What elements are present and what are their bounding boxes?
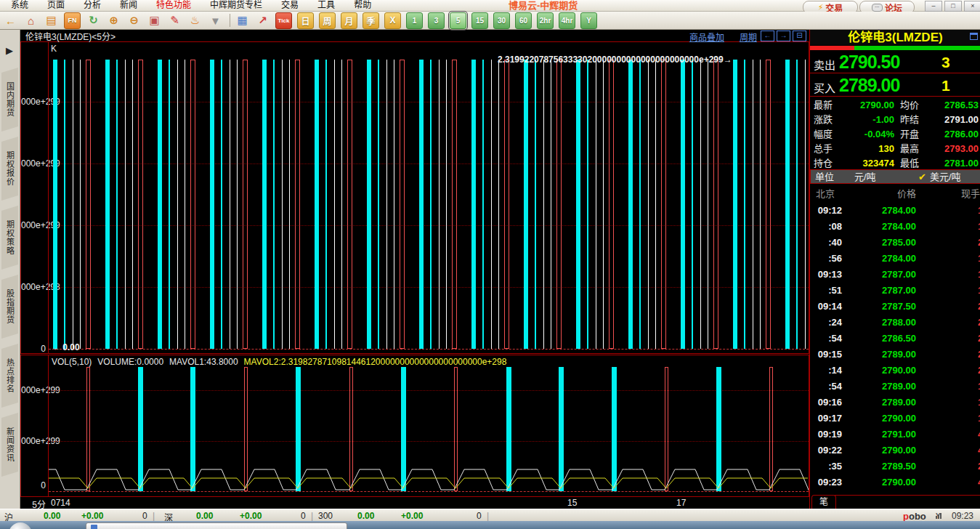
sidebar-collapse-arrow-icon[interactable]: ▶ (2, 41, 17, 60)
bid-row[interactable]: 买入 2789.00 1 (810, 74, 980, 97)
overlay-link[interactable]: 商品叠加 (689, 31, 724, 43)
split-view-icon[interactable]: ⊟ (793, 31, 806, 41)
tick-row[interactable]: :242788.002 (810, 315, 980, 331)
tick-row[interactable]: :352789.502 (810, 459, 980, 475)
close-button[interactable]: × (964, 1, 980, 12)
toolbar-period-week-button[interactable]: 周 (319, 12, 336, 29)
menu-item-0[interactable]: 系统 (1, 0, 38, 11)
tick-row[interactable]: 09:222790.004 (810, 443, 980, 459)
toolbar-period-season-button[interactable]: 季 (363, 12, 379, 29)
unit-cny-option[interactable]: 元/吨 (854, 171, 876, 184)
chart-nav-group: ← → ⊟ (761, 31, 806, 41)
tick-row[interactable]: :142790.002 (810, 363, 980, 379)
tick-row[interactable]: :542789.001 (810, 379, 980, 395)
candle-bar (491, 60, 492, 349)
toolbar-tick-button[interactable]: Tick (275, 12, 292, 29)
kline-chart[interactable]: 000e+299000e+299000e+299000e+2980 K 2.31… (20, 41, 809, 354)
period-link[interactable]: 周期 (740, 31, 757, 43)
menu-item-2[interactable]: 分析 (74, 0, 110, 11)
sidebar-tab-2[interactable]: 期权策略 (1, 206, 18, 270)
tick-list-header: 北京 价格 现手 (810, 187, 980, 201)
menu-item-8[interactable]: 帮助 (344, 0, 381, 11)
toolbar-period-y-button[interactable]: Y (580, 12, 597, 29)
tick-row[interactable]: 09:192791.004 (810, 427, 980, 443)
tick-row[interactable]: 09:132787.001 (810, 267, 980, 283)
stat-value: 2781.00 (923, 156, 979, 171)
toolbar-zoom-out-icon[interactable]: ⊖ (126, 13, 142, 28)
menu-item-3[interactable]: 新闻 (110, 0, 147, 11)
tick-row[interactable]: :512787.001 (810, 283, 980, 299)
start-button[interactable] (9, 522, 32, 529)
toolbar-zoom-in-icon[interactable]: ⊕ (106, 13, 121, 28)
next-arrow-icon[interactable]: → (777, 31, 790, 41)
stat-label: 最新 (814, 98, 833, 113)
toolbar-home-icon[interactable]: ⌂ (23, 13, 39, 28)
volume-plot: VOL(5,10)VOLUME:0.0000MAVOL1:43.8000MAVO… (49, 355, 809, 496)
panel-window-icon[interactable] (970, 33, 978, 40)
tick-row[interactable]: 09:152789.002 (810, 347, 980, 363)
menu-item-6[interactable]: 交易 (272, 0, 308, 11)
minimize-button[interactable]: – (925, 1, 942, 12)
unit-usd-option[interactable]: 美元/吨 (930, 171, 961, 184)
sidebar-tab-3[interactable]: 股指期货 (1, 275, 18, 339)
toolbar-refresh-icon[interactable]: ↻ (86, 13, 101, 28)
menu-item-4[interactable]: 特色功能 (147, 0, 201, 11)
x-axis-label: 15 (567, 498, 577, 508)
separator: | (311, 511, 313, 521)
toolbar-period-60-button[interactable]: 60 (515, 12, 532, 29)
toolbar-fn-button[interactable]: FN (64, 12, 81, 29)
candle-outline (609, 60, 614, 349)
tick-price: 2784.00 (861, 219, 916, 235)
toolbar-period-3-button[interactable]: 3 (428, 12, 445, 29)
stat-value: 2790.00 (838, 98, 894, 113)
toolbar-period-5-button[interactable]: 5 (450, 12, 466, 29)
toolbar-period-month-button[interactable]: 月 (341, 12, 357, 29)
toolbar-layers-icon[interactable]: ▣ (147, 13, 162, 28)
toolbar-period-4hr-button[interactable]: 4hr (559, 12, 575, 29)
tab-bi[interactable]: 笔 (811, 495, 836, 509)
toolbar-draw-icon[interactable]: ✎ (167, 13, 182, 28)
sidebar-tab-5[interactable]: 新闻资讯 (1, 413, 18, 477)
sidebar-tab-0[interactable]: 国内期货 (1, 68, 18, 132)
tick-row[interactable]: 09:142787.502 (810, 299, 980, 315)
toolbar-period-day-button[interactable]: 日 (297, 12, 314, 29)
toolbar-back-icon[interactable]: ← (3, 13, 18, 28)
prev-arrow-icon[interactable]: ← (761, 31, 774, 41)
toolbar-report-icon[interactable]: ▦ (235, 13, 250, 28)
mavol-lines (49, 355, 809, 496)
menu-item-5[interactable]: 中辉期货专栏 (201, 0, 272, 11)
check-icon: ✔ (918, 171, 926, 184)
tick-time: :40 (813, 235, 842, 251)
candle-bar (315, 60, 319, 349)
tick-price: 2789.00 (861, 395, 916, 411)
ask-row[interactable]: 卖出 2790.50 3 (810, 51, 980, 73)
maximize-button[interactable]: □ (944, 1, 962, 12)
tick-row[interactable]: :402785.002 (810, 235, 980, 251)
toolbar-period-15-button[interactable]: 15 (471, 12, 488, 29)
candle-bar (551, 60, 551, 349)
volume-y-label: 000e+299 (21, 436, 46, 446)
tick-row[interactable]: 09:232790.004 (810, 475, 980, 490)
toolbar-filter-icon[interactable]: ▼ (208, 13, 223, 28)
toolbar-chart-icon[interactable]: ↗ (255, 13, 270, 28)
tick-row[interactable]: :082784.001 (810, 219, 980, 235)
tick-time: 09:19 (813, 427, 842, 443)
sidebar-tab-1[interactable]: 期权报价 (1, 137, 18, 201)
toolbar-period-30-button[interactable]: 30 (493, 12, 510, 29)
volume-chart[interactable]: 000e+299000e+2990 VOL(5,10)VOLUME:0.0000… (20, 355, 809, 497)
index-change-pct: +0.00 (81, 511, 103, 521)
sidebar-tab-4[interactable]: 热点排名 (1, 344, 18, 408)
menu-item-1[interactable]: 页面 (38, 0, 74, 11)
tick-row[interactable]: 09:162789.001 (810, 395, 980, 411)
toolbar-period-1-button[interactable]: 1 (406, 12, 423, 29)
tick-row[interactable]: 09:172790.001 (810, 411, 980, 427)
toolbar-period-x-button[interactable]: X (384, 12, 401, 29)
toolbar-news-icon[interactable]: ▤ (44, 13, 59, 28)
taskbar-app-button[interactable] (86, 522, 347, 529)
menu-item-7[interactable]: 工具 (308, 0, 344, 11)
tick-row[interactable]: :562784.001 (810, 251, 980, 267)
toolbar-period-2hr-button[interactable]: 2hr (537, 12, 554, 29)
tick-row[interactable]: :542786.502 (810, 331, 980, 347)
tick-row[interactable]: 09:122784.001 (810, 203, 980, 219)
toolbar-alert-icon[interactable]: ♨ (187, 13, 203, 28)
